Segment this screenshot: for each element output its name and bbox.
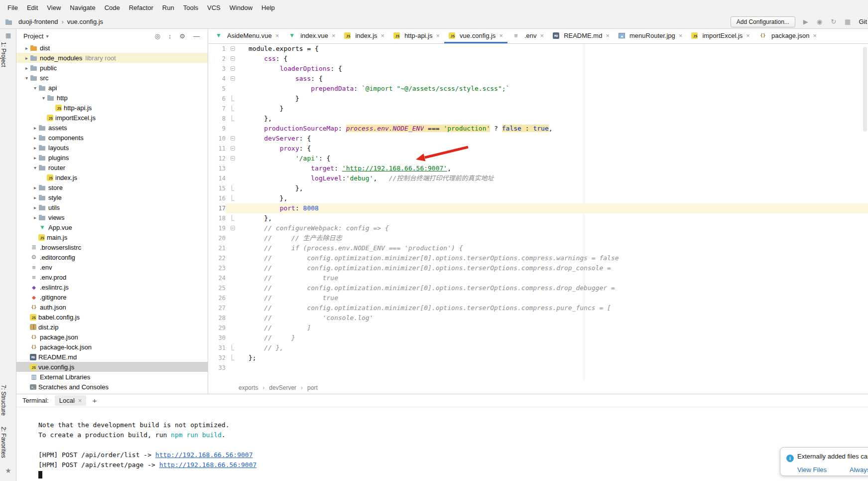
code-line[interactable]: 16 }, (209, 193, 868, 203)
editor-tab[interactable]: menuRouter.jpg× (614, 29, 687, 43)
tree-item[interactable]: http-api.js (16, 103, 208, 113)
run-icon[interactable]: ▶ (803, 18, 808, 25)
tool-button-favorites[interactable]: 2: Favorites (0, 427, 16, 458)
code-line[interactable]: 6 } (209, 94, 868, 104)
tree-item[interactable]: auth.json (16, 302, 208, 312)
code-line[interactable]: 5 prependData: `@import "~@/assets/scss/… (209, 84, 868, 94)
chevron-down-icon[interactable]: ▾ (32, 85, 38, 91)
tab-close-icon[interactable]: × (540, 32, 544, 39)
chevron-right-icon[interactable]: ▸ (32, 215, 38, 220)
tree-item[interactable]: App.vue (16, 222, 208, 232)
tree-item[interactable]: package-lock.json (16, 342, 208, 352)
tab-close-icon[interactable]: × (436, 32, 440, 39)
debug-icon[interactable]: ◉ (817, 18, 822, 25)
code-line[interactable]: 17 port: 8008 (209, 203, 868, 213)
gutter-fold[interactable] (226, 94, 240, 104)
tool-button-project[interactable]: 1: Project (0, 42, 16, 67)
tree-item[interactable]: ▸assets (16, 123, 208, 133)
new-terminal-button[interactable]: + (92, 396, 97, 405)
tree-item[interactable]: ▸node_moduleslibrary root (16, 53, 208, 63)
tree-item[interactable]: ▸components (16, 133, 208, 143)
chevron-right-icon[interactable]: ▸ (32, 145, 38, 151)
stop-icon[interactable]: ▦ (845, 18, 851, 25)
menu-run[interactable]: Run (158, 2, 179, 13)
fold-collapse-icon[interactable]: − (231, 146, 235, 151)
menu-vcs[interactable]: VCS (203, 2, 225, 13)
code-line[interactable]: 7 } (209, 104, 868, 114)
view-files-link[interactable]: View Files (797, 466, 827, 474)
hide-icon[interactable]: — (193, 32, 200, 40)
menu-navigate[interactable]: Navigate (65, 2, 100, 13)
tree-item[interactable]: ▸utils (16, 202, 208, 212)
chevron-right-icon[interactable]: ▸ (32, 135, 38, 141)
tab-close-icon[interactable]: × (275, 32, 279, 39)
tab-close-icon[interactable]: × (332, 32, 336, 39)
menu-refactor[interactable]: Refactor (124, 2, 158, 13)
editor-tab[interactable]: vue.config.js× (444, 29, 507, 43)
code-line[interactable]: 11− proxy: { (209, 144, 868, 154)
expand-collapse-icon[interactable]: ↕ (168, 32, 172, 40)
editor-scrollbar[interactable] (863, 47, 867, 132)
tree-item[interactable]: .env.prod (16, 272, 208, 282)
code-line[interactable]: 22 // config.optimization.minimizer[0].o… (209, 253, 868, 263)
tree-item[interactable]: ▾src (16, 73, 208, 83)
editor-tab[interactable]: .env× (507, 29, 548, 43)
chevron-right-icon[interactable]: ▸ (32, 185, 38, 190)
menu-help[interactable]: Help (257, 2, 279, 13)
tree-item[interactable]: index.js (16, 172, 208, 182)
code-line[interactable]: 4− sass: { (209, 74, 868, 84)
tree-item[interactable]: ▸dist (16, 43, 208, 53)
tree-item[interactable]: ▾api (16, 83, 208, 93)
code-line[interactable]: 32}; (209, 353, 868, 363)
code-line[interactable]: 28 // 'console.log' (209, 313, 868, 323)
settings-icon[interactable]: ⚙ (179, 32, 185, 40)
tree-item[interactable]: README.md (16, 352, 208, 362)
code-line[interactable]: 15 }, (209, 183, 868, 193)
gutter-fold[interactable]: − (226, 54, 240, 64)
fold-collapse-icon[interactable]: − (231, 46, 235, 51)
editor-tab[interactable]: importExcel.js× (687, 29, 754, 43)
editor-tab[interactable]: README.md× (548, 29, 614, 43)
code-line[interactable]: 10− devServer: { (209, 134, 868, 144)
fold-collapse-icon[interactable]: − (231, 76, 235, 81)
fold-collapse-icon[interactable]: − (231, 66, 235, 71)
menu-code[interactable]: Code (100, 2, 124, 13)
breadcrumb-item[interactable]: duoji-frontend (18, 18, 58, 25)
tree-item[interactable]: ▾router (16, 162, 208, 172)
tree-item[interactable]: .env (16, 262, 208, 272)
code-line[interactable]: 13 target: 'http://192.168.66.56:9007', (209, 163, 868, 173)
project-panel-title[interactable]: Project (23, 32, 43, 40)
tree-item[interactable]: Scratches and Consoles (16, 382, 208, 392)
editor-tab[interactable]: index.vue× (283, 29, 340, 43)
gutter-fold[interactable]: − (226, 154, 240, 163)
fold-collapse-icon[interactable]: − (231, 136, 235, 141)
terminal-tab-local[interactable]: Local × (55, 395, 87, 406)
tab-close-icon[interactable]: × (813, 32, 817, 39)
tree-item[interactable]: main.js (16, 232, 208, 242)
fold-collapse-icon[interactable]: − (231, 226, 235, 230)
chevron-right-icon[interactable]: ▸ (23, 55, 30, 61)
fold-collapse-icon[interactable]: − (231, 156, 235, 160)
tree-item[interactable]: .editorconfig (16, 252, 208, 262)
code-line[interactable]: 24 // true (209, 273, 868, 283)
gutter-fold[interactable]: − (226, 64, 240, 74)
code-line[interactable]: 3− loaderOptions: { (209, 64, 868, 74)
tree-item[interactable]: ▸public (16, 63, 208, 73)
code-line[interactable]: 21 // if (process.env.NODE_ENV === 'prod… (209, 243, 868, 253)
code-line[interactable]: 2− css: { (209, 54, 868, 64)
editor-tab[interactable]: http-api.js× (389, 29, 444, 43)
code-line[interactable]: 14 logLevel:'debug', //控制台终端打印代理前的真实地址 (209, 173, 868, 183)
tree-item[interactable]: dist.zip (16, 322, 208, 332)
editor-breadcrumb-item[interactable]: port (307, 384, 318, 391)
tree-item[interactable]: ▾http (16, 93, 208, 103)
project-tool-icon[interactable]: ▦ (0, 32, 16, 39)
tab-close-icon[interactable]: × (381, 32, 385, 39)
editor-breadcrumb-item[interactable]: devServer (269, 384, 296, 391)
tree-item[interactable]: .browserslistrc (16, 242, 208, 252)
code-area[interactable]: 1−module.exports = {2− css: {3− loaderOp… (209, 44, 868, 381)
editor-tab[interactable]: package.json× (754, 29, 821, 43)
tree-item[interactable]: .gitignore (16, 292, 208, 302)
code-line[interactable]: 26 // true (209, 293, 868, 303)
code-line[interactable]: 19− // configureWebpack: config => { (209, 223, 868, 233)
gutter-fold[interactable]: − (226, 44, 240, 54)
